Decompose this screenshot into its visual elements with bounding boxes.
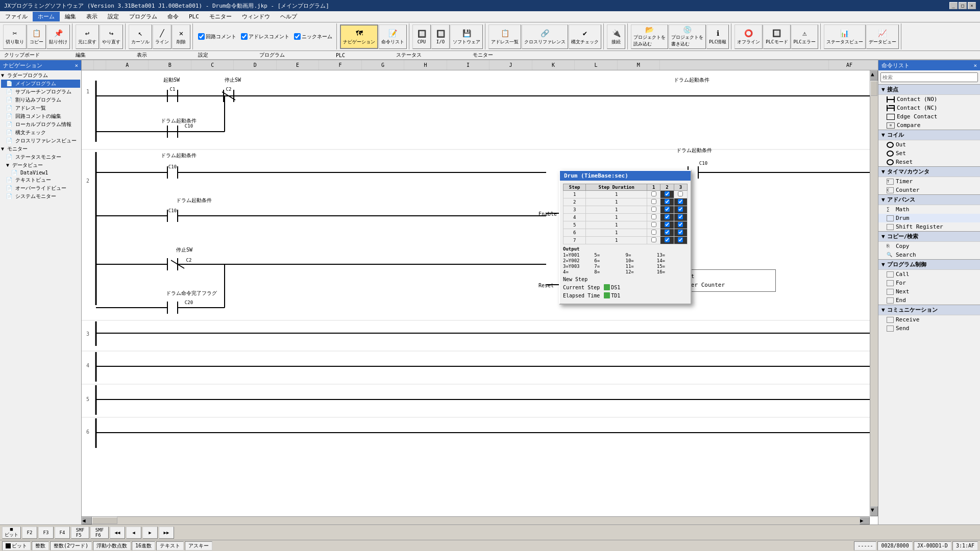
plc-error-button[interactable]: ⚠PLCエラー (791, 24, 818, 49)
nav-first-button[interactable]: ◀◀ (110, 527, 125, 539)
io-button[interactable]: 🔲I/O (431, 24, 450, 49)
nav-item-クロスリファレンスビュー[interactable]: 📄 クロスリファレンスビュー (1, 137, 80, 145)
step7-col3-check[interactable] (678, 237, 683, 242)
ladder-viewport[interactable]: 1 起動SW 停止SW ドラム起動条件 C1 (82, 70, 878, 524)
cmd-send[interactable]: Send (878, 324, 980, 333)
cmd-next[interactable]: Next (878, 287, 980, 296)
cmd-search[interactable]: 🔍 Search (878, 251, 980, 259)
nav-item-アドレス一覧[interactable]: 📄 アドレス一覧 (1, 104, 80, 112)
cmd-reset[interactable]: Reset (878, 158, 980, 166)
paste-button[interactable]: 📌貼り付け (46, 24, 70, 49)
scroll-up-arrow[interactable]: ▲ (870, 70, 878, 81)
menu-settings[interactable]: 設定 (103, 12, 124, 21)
nav-item-メインプログラム[interactable]: 📄 メインプログラム (1, 80, 80, 88)
minimize-button[interactable]: _ (949, 2, 958, 9)
horizontal-scrollbar[interactable]: ◀ ▶ (82, 516, 870, 524)
scroll-thumb-v[interactable] (870, 81, 877, 96)
cmd-compare[interactable]: = Compare (878, 121, 980, 130)
navigation-button[interactable]: 🗺ナビゲーション (340, 24, 378, 49)
nav-item-システムモニター[interactable]: 📄 システムモニター (1, 192, 80, 201)
cmd-end[interactable]: End (878, 296, 980, 305)
line-button[interactable]: ╱ライン (153, 24, 172, 49)
step1-col2-check[interactable] (665, 191, 670, 196)
nav-item-サブルーチンプログラム[interactable]: 📄 サブルーチンプログラム (1, 88, 80, 96)
step3-col3-check[interactable] (678, 207, 683, 212)
data-view-button[interactable]: 📈データビュー (866, 24, 899, 49)
scroll-thumb-h[interactable] (92, 517, 117, 524)
status-text[interactable]: テキスト (156, 541, 184, 550)
bit-button[interactable]: ■ビット (2, 527, 21, 539)
cmd-call[interactable]: Call (878, 270, 980, 279)
step6-col3-check[interactable] (678, 230, 683, 235)
cmd-contact-nc[interactable]: Contact (NC) (878, 104, 980, 112)
syntax-check-button[interactable]: ✔構文チェック (569, 24, 601, 49)
scroll-right-arrow[interactable]: ▶ (860, 517, 870, 524)
step3-col2-check[interactable] (665, 207, 670, 212)
nav-item-回路コメントの編集[interactable]: 📄 回路コメントの編集 (1, 112, 80, 120)
nav-item-ローカルプログラム情報[interactable]: 📄 ローカルプログラム情報 (1, 120, 80, 129)
step4-col2-check[interactable] (665, 214, 670, 219)
cmd-search-input[interactable] (880, 72, 978, 82)
cross-ref-button[interactable]: 🔗クロスリファレンス (522, 24, 568, 49)
status-bit[interactable]: ビット (2, 541, 31, 550)
step4-col3-check[interactable] (678, 214, 683, 219)
cmd-contact-no[interactable]: Contact (NO) (878, 95, 980, 104)
step4-col1-check[interactable] (651, 214, 656, 219)
undo-button[interactable]: ↩元に戻す (76, 24, 99, 49)
menu-plc[interactable]: PLC (184, 12, 204, 21)
f3-button[interactable]: F3 (38, 527, 54, 539)
smf5-button[interactable]: SMFF5 (71, 527, 89, 539)
delete-button[interactable]: ✕削除 (172, 24, 190, 49)
scroll-down-arrow[interactable]: ▼ (870, 506, 878, 516)
menu-command[interactable]: 命令 (162, 12, 184, 21)
menu-program[interactable]: プログラム (124, 12, 162, 21)
cut-button[interactable]: ✂切り取り (3, 24, 27, 49)
copy-button[interactable]: 📋コピー (27, 24, 46, 49)
status-float[interactable]: 浮動小数点数 (93, 541, 131, 550)
cmd-receive[interactable]: Receive (878, 315, 980, 324)
menu-help[interactable]: ヘルプ (275, 12, 302, 21)
cmd-for[interactable]: For (878, 279, 980, 287)
cpu-button[interactable]: 🔲CPU (412, 24, 431, 49)
nav-item-DataView1[interactable]: 📄 DataView1 (1, 169, 80, 176)
circuit-comment-check[interactable]: 回路コメント (196, 33, 238, 40)
step6-col2-check[interactable] (665, 230, 670, 235)
cmd-shift-register[interactable]: Shift Register (878, 222, 980, 231)
plc-mode-button[interactable]: 🔲PLCモード (763, 24, 790, 49)
f2-button[interactable]: F2 (22, 527, 37, 539)
cursor-button[interactable]: ↖カーソル (129, 24, 152, 49)
step2-col3-check[interactable] (678, 199, 683, 204)
nav-last-button[interactable]: ▶▶ (159, 527, 174, 539)
plc-info-button[interactable]: ℹPLC情報 (706, 24, 729, 49)
scroll-left-arrow[interactable]: ◀ (82, 517, 92, 524)
menu-view[interactable]: 表示 (81, 12, 103, 21)
step1-col3-check[interactable] (678, 191, 683, 196)
step5-col2-check[interactable] (665, 222, 670, 227)
read-project-button[interactable]: 📂プロジェクトを読み込む (631, 24, 668, 49)
status-integer2w[interactable]: 整数(2ワード) (50, 541, 92, 550)
nickname-check[interactable]: ニックネーム (292, 33, 334, 40)
nav-item-ステータスモニター[interactable]: 📄 ステータスモニター (1, 153, 80, 161)
menu-monitor[interactable]: モニター (204, 12, 237, 21)
nav-item-ラダープログラム[interactable]: ▼ ラダープログラム (1, 71, 80, 80)
write-project-button[interactable]: 💿プロジェクトを書き込む (669, 24, 706, 49)
cmd-out[interactable]: Out (878, 140, 980, 149)
step2-col2-check[interactable] (665, 199, 670, 204)
status-view-button[interactable]: 📊ステータスビュー (824, 24, 866, 49)
f4-button[interactable]: F4 (55, 527, 70, 539)
nav-item-モニター[interactable]: ▼ モニター (1, 145, 80, 153)
maximize-button[interactable]: □ (959, 2, 967, 9)
connect-button[interactable]: 🔌接続 (607, 24, 625, 49)
cmd-copy[interactable]: ⎘ Copy (878, 242, 980, 251)
menu-window[interactable]: ウィンドウ (237, 12, 275, 21)
step7-col2-check[interactable] (665, 237, 670, 242)
cmd-math[interactable]: ∑ Math (878, 205, 980, 214)
cmd-counter[interactable]: C Counter (878, 186, 980, 194)
smf6-button[interactable]: SMFF6 (90, 527, 109, 539)
step3-col1-check[interactable] (651, 207, 656, 212)
address-comment-check[interactable]: アドレスコメント (239, 33, 291, 40)
nav-item-割り込みプログラム[interactable]: 📄 割り込みプログラム (1, 96, 80, 104)
step5-col1-check[interactable] (651, 222, 656, 227)
nav-item-テキストビュー[interactable]: 📄 テキストビュー (1, 176, 80, 184)
step5-col3-check[interactable] (678, 222, 683, 227)
